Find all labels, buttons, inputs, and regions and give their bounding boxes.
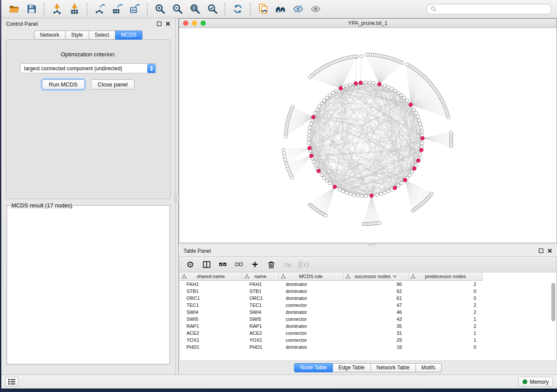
network-node[interactable]: [328, 93, 332, 97]
close-panel-icon[interactable]: [166, 21, 170, 26]
column-header-predecessor-nodes[interactable]: predecessor nodes: [408, 272, 483, 281]
network-node[interactable]: [419, 153, 422, 156]
table-scrollbar-thumb[interactable]: [551, 283, 555, 321]
network-canvas[interactable]: [179, 28, 557, 243]
network-node[interactable]: [383, 191, 387, 195]
table-row[interactable]: STB1STB1dominator620: [180, 288, 556, 295]
network-hub-node[interactable]: [339, 86, 343, 90]
network-node[interactable]: [365, 53, 368, 56]
tab-style[interactable]: Style: [66, 31, 89, 40]
network-node[interactable]: [400, 182, 403, 185]
network-node[interactable]: [405, 63, 409, 66]
network-node[interactable]: [390, 87, 394, 91]
table-row[interactable]: ACE2ACE2connector311: [180, 330, 556, 337]
network-hub-node[interactable]: [377, 83, 381, 86]
column-header-shared-name[interactable]: shared name: [180, 272, 242, 281]
minimize-window-icon[interactable]: [192, 21, 197, 26]
network-hub-node[interactable]: [403, 178, 407, 182]
network-node[interactable]: [283, 155, 286, 158]
network-node[interactable]: [322, 99, 326, 103]
table-row[interactable]: SWI4SWI4dominator462: [180, 309, 556, 316]
network-hub-node[interactable]: [370, 194, 374, 198]
table-row[interactable]: RAP1RAP1dominator352: [180, 323, 556, 330]
open-file-button[interactable]: [7, 3, 21, 16]
memory-button[interactable]: Memory: [518, 377, 553, 387]
network-node[interactable]: [412, 108, 416, 112]
network-graph[interactable]: [179, 28, 557, 243]
network-hub-node[interactable]: [421, 136, 425, 140]
network-node[interactable]: [335, 89, 338, 93]
network-node[interactable]: [284, 158, 287, 162]
delete-button[interactable]: [265, 258, 277, 270]
network-node[interactable]: [308, 130, 311, 134]
network-node[interactable]: [415, 111, 418, 115]
network-node[interactable]: [420, 126, 423, 130]
import-table-button[interactable]: [67, 3, 82, 16]
network-node[interactable]: [383, 84, 387, 88]
network-node[interactable]: [387, 189, 390, 193]
hide-selected-button[interactable]: [291, 3, 305, 16]
network-node[interactable]: [308, 141, 311, 145]
network-node[interactable]: [341, 189, 345, 193]
zoom-selected-button[interactable]: [205, 3, 220, 16]
network-node[interactable]: [416, 115, 419, 118]
network-hub-node[interactable]: [333, 185, 337, 189]
network-hub-node[interactable]: [308, 146, 311, 150]
import-network-button[interactable]: [49, 3, 64, 16]
network-node[interactable]: [360, 55, 363, 58]
network-node[interactable]: [364, 81, 367, 84]
tab-node-table[interactable]: Node Table: [294, 363, 333, 372]
network-node[interactable]: [338, 188, 341, 192]
network-hub-node[interactable]: [412, 167, 416, 171]
tab-mcds[interactable]: MCDS: [115, 31, 142, 40]
network-node[interactable]: [309, 122, 313, 126]
network-node[interactable]: [320, 102, 323, 105]
network-node[interactable]: [379, 192, 383, 196]
network-node[interactable]: [397, 91, 400, 95]
refresh-view-button[interactable]: [230, 3, 245, 16]
network-node[interactable]: [419, 122, 422, 126]
tab-edge-table[interactable]: Edge Table: [333, 363, 371, 372]
select-all-button[interactable]: [216, 258, 229, 270]
table-row[interactable]: TEC1TEC1connector472: [180, 302, 556, 309]
network-node[interactable]: [282, 151, 286, 155]
network-node[interactable]: [387, 86, 390, 89]
float-panel-icon[interactable]: [539, 248, 543, 253]
network-node[interactable]: [360, 194, 363, 198]
network-node[interactable]: [345, 84, 349, 88]
settings-button[interactable]: ⚙: [184, 258, 197, 270]
network-node[interactable]: [394, 89, 397, 93]
table-row[interactable]: FKH1FKH1dominator962: [180, 281, 556, 288]
network-node[interactable]: [345, 191, 349, 195]
network-hub-node[interactable]: [359, 81, 363, 85]
network-node[interactable]: [315, 108, 319, 112]
network-node[interactable]: [314, 164, 317, 167]
network-node[interactable]: [291, 176, 294, 179]
network-node[interactable]: [331, 91, 335, 95]
network-node[interactable]: [405, 99, 409, 103]
network-hub-node[interactable]: [409, 103, 413, 107]
column-header-name[interactable]: name: [242, 272, 279, 281]
network-hub-node[interactable]: [419, 148, 423, 152]
zoom-in-button[interactable]: [152, 3, 167, 16]
table-row[interactable]: YOX1YOX1connector291: [180, 337, 556, 344]
close-panel-button[interactable]: Close panel: [91, 79, 135, 89]
search-field[interactable]: [426, 4, 552, 14]
tab-network-table[interactable]: Network Table: [371, 363, 416, 372]
float-panel-icon[interactable]: [157, 21, 162, 26]
network-node[interactable]: [312, 160, 315, 164]
network-node[interactable]: [325, 96, 329, 100]
network-node[interactable]: [410, 170, 414, 174]
export-table-button[interactable]: [110, 3, 125, 16]
network-node[interactable]: [282, 148, 285, 152]
network-node[interactable]: [325, 179, 329, 182]
network-node[interactable]: [308, 134, 311, 137]
network-hub-node[interactable]: [354, 82, 358, 86]
table-row[interactable]: ORC1ORC1dominator610: [180, 295, 556, 302]
show-all-networks-button[interactable]: [273, 3, 288, 16]
network-node[interactable]: [307, 138, 311, 141]
network-node[interactable]: [284, 135, 287, 138]
network-node[interactable]: [403, 96, 406, 100]
network-node[interactable]: [308, 76, 311, 79]
network-node[interactable]: [364, 194, 367, 198]
